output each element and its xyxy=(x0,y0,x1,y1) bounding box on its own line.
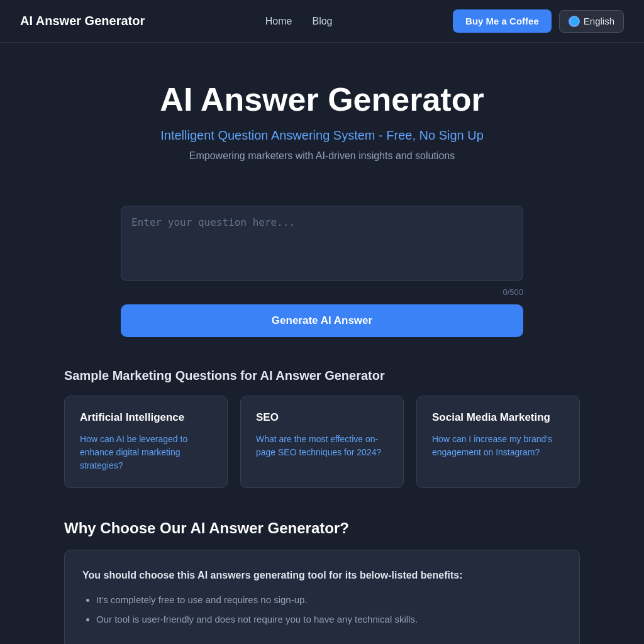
hero-section: AI Answer Generator Intelligent Question… xyxy=(0,43,644,187)
benefits-list: It's completely free to use and requires… xyxy=(82,593,562,626)
why-box: You should choose this AI answers genera… xyxy=(64,550,580,644)
hero-title: AI Answer Generator xyxy=(13,80,631,118)
why-section: Why Choose Our AI Answer Generator? You … xyxy=(52,519,592,644)
why-bold-text: You should choose this AI answers genera… xyxy=(82,568,562,583)
nav-links: Home Blog xyxy=(265,16,333,27)
brand-logo: AI Answer Generator xyxy=(20,14,145,28)
question-input[interactable] xyxy=(121,206,523,281)
sample-section: Sample Marketing Questions for AI Answer… xyxy=(52,369,592,488)
card-seo-title: SEO xyxy=(256,411,388,424)
card-ai-title: Artificial Intelligence xyxy=(80,411,212,424)
card-seo-question: What are the most effective on-page SEO … xyxy=(256,433,388,459)
cards-grid: Artificial Intelligence How can AI be le… xyxy=(64,396,580,488)
navbar: AI Answer Generator Home Blog Buy Me a C… xyxy=(0,0,644,43)
nav-blog-link[interactable]: Blog xyxy=(312,16,332,27)
hero-description: Empowering marketers with AI-driven insi… xyxy=(13,150,631,162)
card-social-question: How can I increase my brand's engagement… xyxy=(432,433,564,459)
generate-button[interactable]: Generate AI Answer xyxy=(121,304,523,337)
benefit-item-1: It's completely free to use and requires… xyxy=(96,593,562,608)
globe-icon: 🌐 xyxy=(569,16,580,27)
question-section: 0/500 Generate AI Answer xyxy=(108,206,536,337)
card-ai-question: How can AI be leveraged to enhance digit… xyxy=(80,433,212,472)
why-heading: Why Choose Our AI Answer Generator? xyxy=(64,519,580,537)
card-ai[interactable]: Artificial Intelligence How can AI be le… xyxy=(64,396,228,488)
language-selector[interactable]: 🌐 English xyxy=(559,10,624,33)
card-social-title: Social Media Marketing xyxy=(432,411,564,424)
card-social[interactable]: Social Media Marketing How can I increas… xyxy=(416,396,580,488)
language-label: English xyxy=(584,16,614,26)
nav-actions: Buy Me a Coffee 🌐 English xyxy=(453,9,624,33)
hero-subtitle: Intelligent Question Answering System - … xyxy=(13,128,631,143)
char-count: 0/500 xyxy=(121,287,523,297)
buy-coffee-button[interactable]: Buy Me a Coffee xyxy=(453,9,552,33)
nav-home-link[interactable]: Home xyxy=(265,16,292,27)
card-seo[interactable]: SEO What are the most effective on-page … xyxy=(240,396,404,488)
benefit-item-2: Our tool is user-friendly and does not r… xyxy=(96,613,562,627)
sample-heading: Sample Marketing Questions for AI Answer… xyxy=(64,369,580,383)
